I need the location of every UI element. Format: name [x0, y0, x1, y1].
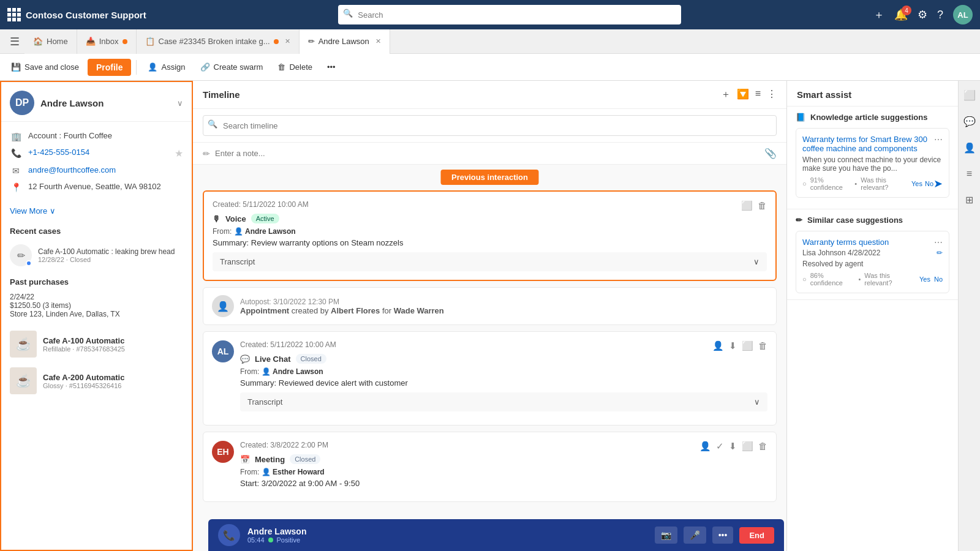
contact-avatar: DP: [10, 91, 34, 115]
close-case-tab[interactable]: ✕: [285, 37, 290, 45]
similar-yes[interactable]: Yes: [919, 276, 930, 283]
tab-case[interactable]: 📋 Case #23345 Broken intake g... ✕: [137, 29, 300, 54]
purchase-item-2[interactable]: ☕ Cafe A-200 Automatic Glossy · #5116945…: [1, 362, 192, 399]
user-avatar[interactable]: AL: [953, 5, 973, 24]
mute-button[interactable]: 🎤: [684, 527, 706, 544]
trash-icon[interactable]: 🗑: [758, 340, 767, 351]
app-title: Contoso Customer Support: [26, 10, 146, 20]
more-icon[interactable]: ⋮: [767, 88, 777, 101]
add-button[interactable]: ＋: [873, 7, 884, 22]
contact-header: DP Andre Lawson ∨: [1, 82, 192, 122]
timeline-search-input[interactable]: [203, 115, 777, 136]
chat-icon[interactable]: 💬: [960, 112, 979, 131]
tab-inbox[interactable]: 📥 Inbox: [77, 29, 137, 54]
chevron-down-icon: ∨: [50, 206, 56, 216]
meeting-header: EH Created: 3/8/2022 2:00 PM 📅 Meeting C…: [212, 441, 767, 493]
create-swarm-button[interactable]: 🔗 Create swarm: [194, 59, 270, 75]
livechat-avatar: AL: [212, 340, 234, 362]
yes-button[interactable]: Yes: [911, 180, 922, 187]
delete-button[interactable]: 🗑 Delete: [271, 59, 318, 75]
save-close-button[interactable]: 💾 Save and close: [5, 59, 85, 75]
no-button[interactable]: No: [925, 180, 933, 187]
more-options-icon[interactable]: ⋯: [934, 135, 943, 144]
purchase-item-1[interactable]: ☕ Cafe A-100 Automatic Refillable · #785…: [1, 326, 192, 362]
filter-icon[interactable]: 🔽: [737, 88, 749, 101]
call-bar: 📞 Andre Lawson 05:44 Positive 📷 🎤 ••• En…: [208, 519, 784, 551]
similar-no[interactable]: No: [934, 276, 943, 283]
address-icon: 📍: [10, 182, 22, 192]
download-icon[interactable]: ⬇: [729, 441, 737, 452]
confidence-icon: ○: [802, 180, 807, 187]
call-bar-meta: 05:44 Positive: [247, 536, 647, 544]
end-call-button[interactable]: End: [739, 527, 774, 544]
livechat-header: AL Created: 5/11/2022 10:00 AM 💬 Live Ch…: [212, 340, 767, 411]
assign-icon[interactable]: 👤: [699, 441, 711, 452]
attachment-icon[interactable]: 📎: [764, 148, 777, 159]
tab-contact[interactable]: ✏ Andre Lawson ✕: [300, 29, 390, 54]
expand-icon[interactable]: ∨: [177, 99, 183, 108]
tab-home-label: Home: [47, 37, 68, 46]
similar-icon: ✏: [796, 216, 802, 225]
help-button[interactable]: ?: [937, 9, 943, 21]
more-call-button[interactable]: •••: [712, 527, 734, 544]
more-options-icon[interactable]: ⋯: [934, 238, 943, 247]
more-options-button[interactable]: •••: [321, 59, 342, 75]
recent-case-item[interactable]: ✏ Cafe A-100 Automatic : leaking brew he…: [1, 239, 192, 271]
phone-value[interactable]: +1-425-555-0154: [28, 148, 89, 157]
tab-inbox-label: Inbox: [99, 37, 119, 46]
trash-icon[interactable]: 🗑: [758, 441, 767, 452]
email-value[interactable]: andre@fourthcoffee.com: [28, 165, 116, 174]
search-input[interactable]: [338, 5, 681, 24]
livechat-actions: 👤 ⬇ ⬜ 🗑: [712, 340, 767, 351]
open-icon[interactable]: ⬜: [741, 200, 753, 211]
edit-icon[interactable]: ✏: [937, 249, 943, 257]
meeting-start: Start: 3/20/2022 at 9:00 AM - 9:50: [240, 479, 767, 488]
tab-bar: ☰ 🏠 Home 📥 Inbox 📋 Case #23345 Broken in…: [0, 29, 980, 54]
prev-interaction-container: Previous interaction: [203, 170, 777, 188]
panel-toggle-icon[interactable]: ⬜: [960, 86, 979, 105]
email-icon: ✉: [10, 166, 22, 176]
person-icon[interactable]: 👤: [960, 138, 979, 157]
favorite-icon[interactable]: ★: [175, 148, 183, 159]
email-row: ✉ andre@fourthcoffee.com: [10, 162, 183, 179]
knowledge-card-title: Warranty terms for Smart Brew 300 coffee…: [802, 135, 943, 153]
video-button[interactable]: 📷: [655, 527, 677, 544]
inbox-icon: 📥: [86, 37, 96, 46]
open-icon[interactable]: ⬜: [742, 340, 753, 351]
livechat-from: From: 👤 Andre Lawson: [240, 367, 767, 376]
livechat-type: 💬 Live Chat Closed: [240, 354, 767, 364]
case-status-dot: [26, 260, 32, 266]
product-meta-2: Glossy · #5116945326416: [43, 382, 124, 389]
send-button[interactable]: ➤: [933, 177, 943, 190]
livechat-transcript[interactable]: Transcript ∨: [240, 392, 767, 411]
assign-icon[interactable]: 👤: [712, 340, 724, 351]
smart-assist-panel: Smart assist 📘 Knowledge article suggest…: [786, 81, 958, 551]
check-icon[interactable]: ✓: [716, 441, 724, 452]
assign-button[interactable]: 👤 Assign: [141, 59, 191, 75]
list-icon[interactable]: ≡: [963, 165, 976, 183]
download-icon[interactable]: ⬇: [729, 340, 737, 351]
similar-cases-title: ✏ Similar case suggestions: [796, 216, 949, 225]
note-input[interactable]: [215, 149, 760, 158]
settings-button[interactable]: ⚙: [918, 8, 927, 21]
account-icon: 🏢: [10, 132, 22, 141]
profile-button[interactable]: Profile: [88, 59, 132, 76]
view-more-button[interactable]: View More ∨: [1, 201, 192, 220]
product-meta-1: Refillable · #785347683425: [43, 345, 125, 353]
meeting-avatar: EH: [212, 441, 234, 463]
trash-icon[interactable]: 🗑: [758, 200, 767, 211]
livechat-label: Live Chat: [255, 354, 291, 364]
voice-transcript[interactable]: Transcript ∨: [213, 252, 767, 271]
hamburger-menu[interactable]: ☰: [5, 35, 24, 48]
close-contact-tab[interactable]: ✕: [375, 37, 381, 45]
tab-contact-label: Andre Lawson: [318, 37, 369, 46]
view-icon[interactable]: ≡: [755, 88, 761, 101]
add-timeline-icon[interactable]: ＋: [721, 88, 731, 101]
apps-icon[interactable]: ⊞: [962, 190, 977, 209]
tab-home[interactable]: 🏠 Home: [24, 29, 77, 54]
notifications-button[interactable]: 🔔 4: [894, 8, 908, 21]
open-icon[interactable]: ⬜: [742, 441, 753, 452]
voice-summary: Summary: Review warranty options on Stea…: [213, 238, 767, 247]
grid-icon[interactable]: [7, 8, 21, 21]
knowledge-card-1: Warranty terms for Smart Brew 300 coffee…: [796, 128, 949, 198]
